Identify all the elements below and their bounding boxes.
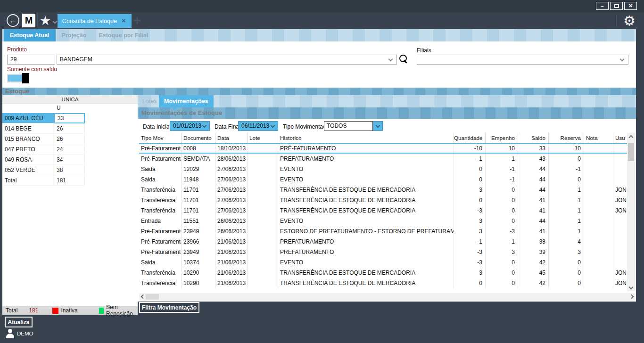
stock-row[interactable]: 047 PRETO 24	[2, 144, 85, 155]
scroll-right-icon[interactable]	[629, 294, 634, 299]
tipo-movimentacao-dropdown-button[interactable]	[373, 121, 383, 131]
cell-saldo: 44	[518, 216, 549, 226]
favorites-star-icon[interactable]: ★	[40, 13, 51, 29]
filtra-movimentacao-button[interactable]: Filtra Movimentação	[139, 302, 199, 313]
cell-historico: TRANSFERÊNCIA DE ESTOQUE DE MERCADORIA	[278, 278, 454, 288]
cell-data: 27/06/2013	[215, 195, 248, 205]
cell-usuario	[613, 174, 627, 185]
table-row[interactable]: Transferência 11701 27/06/2013 TRANSFERÊ…	[139, 195, 627, 205]
settings-gear-icon[interactable]: ⚙	[623, 12, 636, 29]
vertical-scroll-thumb[interactable]	[628, 143, 634, 161]
view-tab[interactable]: Projeção	[56, 29, 93, 41]
cell-lote	[248, 257, 278, 268]
cell-quantidade: -1	[454, 237, 486, 247]
cell-data: 26/06/2013	[215, 216, 248, 226]
col-saldo[interactable]: Saldo	[518, 133, 549, 143]
cell-data: 27/06/2013	[215, 174, 248, 185]
new-tab-icon[interactable]: +	[133, 12, 141, 29]
document-tab[interactable]: Consulta de Estoque ✕	[58, 14, 132, 28]
cell-usuario	[613, 237, 627, 247]
cell-nota	[584, 247, 613, 257]
col-lote[interactable]: Lote	[248, 133, 278, 143]
col-reserva[interactable]: Reserva	[549, 133, 584, 143]
table-row[interactable]: Saida 12029 27/06/2013 EVENTO 0 -1 44 -1	[139, 164, 627, 174]
scroll-up-icon[interactable]	[629, 135, 634, 140]
table-row[interactable]: Saida 10374 21/06/2013 EVENTO -3 0 42 0	[139, 257, 627, 268]
col-usuario[interactable]: Usu	[613, 133, 627, 143]
stock-row[interactable]: 049 ROSA 34	[2, 155, 85, 165]
atualiza-button[interactable]: Atualiza	[5, 317, 33, 327]
close-button[interactable]: ✕	[624, 2, 637, 10]
cell-quantidade: 3	[454, 216, 486, 226]
table-row[interactable]: Entrada 11551 26/06/2013 EVENTO 3 0 44 1	[139, 216, 627, 226]
table-row[interactable]: Transferência 10290 21/06/2013 TRANSFERÊ…	[139, 278, 627, 288]
stock-row[interactable]: 009 AZUL CÉU 33	[2, 113, 85, 123]
cell-documento: 10290	[182, 278, 215, 288]
col-historico[interactable]: Historico	[278, 133, 454, 143]
scroll-down-icon[interactable]	[629, 285, 634, 290]
tipo-movimentacao-input[interactable]: TODOS	[324, 121, 373, 131]
data-inicial-picker[interactable]: 01/01/2013	[170, 121, 210, 131]
search-icon[interactable]	[399, 55, 408, 64]
table-row[interactable]: Transferência 10290 21/06/2013 TRANSFERÊ…	[139, 268, 627, 278]
cell-nota	[584, 216, 613, 226]
somente-saldo-toggle[interactable]	[7, 74, 29, 82]
filiais-combobox[interactable]	[417, 55, 628, 65]
cell-nota	[584, 226, 613, 237]
tab-close-icon[interactable]: ✕	[122, 18, 132, 24]
scroll-left-icon[interactable]	[141, 294, 146, 299]
table-row[interactable]: Pré-Faturamento 0008 18/10/2013 PRÉ-FATU…	[139, 143, 627, 154]
cell-reserva: 0	[549, 278, 584, 288]
col-tipo-mov[interactable]: Tipo Mov	[139, 133, 182, 143]
table-row[interactable]: Transferência 11701 27/06/2013 TRANSFERÊ…	[139, 205, 627, 216]
tab-lotes[interactable]: Lotes	[142, 95, 157, 107]
horizontal-scroll-thumb[interactable]	[146, 294, 159, 300]
stock-row[interactable]: 015 BRANCO 26	[2, 134, 85, 144]
table-row[interactable]: Pré-Faturamento 23949 21/06/2013 PREFATU…	[139, 247, 627, 257]
cell-data: 21/06/2013	[215, 268, 248, 278]
cell-tipo: Saida	[139, 174, 182, 185]
cell-empenho: 3	[486, 247, 518, 257]
col-empenho[interactable]: Empenho	[486, 133, 518, 143]
vertical-scrollbar[interactable]	[627, 133, 635, 291]
stock-color-name: 047 PRETO	[2, 144, 54, 155]
cell-data: 21/06/2013	[215, 247, 248, 257]
stock-row[interactable]: 014 BEGE 26	[2, 123, 85, 134]
stock-quantity: 33	[54, 113, 85, 123]
cell-nota	[584, 195, 613, 205]
back-button[interactable]: ←	[7, 14, 19, 27]
data-final-picker[interactable]: 06/11/2013	[238, 121, 278, 131]
tab-movimentacoes[interactable]: Movimentações	[159, 95, 214, 107]
cell-reserva: 0	[549, 257, 584, 268]
cell-nota	[584, 185, 613, 195]
table-row[interactable]: Pré-Faturamento SEMDATA 28/06/2013 PREFA…	[139, 154, 627, 164]
favorites-chevron-down-icon[interactable]	[53, 19, 58, 24]
produto-code-input[interactable]: 29	[7, 55, 55, 65]
stock-row[interactable]: Total 181	[2, 175, 85, 186]
stock-color-name: 009 AZUL CÉU	[2, 113, 54, 123]
cell-documento: 11701	[182, 185, 215, 195]
col-quantidade[interactable]: Quantidade	[454, 133, 486, 143]
view-tab[interactable]: Estoque Atual	[4, 29, 56, 41]
view-tab[interactable]: Estoque por Filial	[92, 29, 154, 41]
maximize-button[interactable]	[610, 2, 623, 10]
data-final-value: 06/11/2013	[241, 122, 269, 129]
col-documento[interactable]: Documento	[182, 133, 215, 143]
cell-saldo: 44	[518, 164, 549, 174]
cell-tipo: Pré-Faturamento	[139, 226, 182, 237]
cell-empenho: 0	[486, 205, 518, 216]
table-row[interactable]: Transferência 11701 27/06/2013 TRANSFERÊ…	[139, 185, 627, 195]
cell-reserva: 1	[549, 185, 584, 195]
cell-tipo: Entrada	[139, 216, 182, 226]
table-row[interactable]: Saida 11948 27/06/2013 EVENTO 0 -1 44 0	[139, 174, 627, 185]
table-row[interactable]: Pré-Faturamento 23966 21/06/2013 PREFATU…	[139, 237, 627, 247]
col-data[interactable]: Data	[215, 133, 248, 143]
minimize-button[interactable]: –	[596, 2, 609, 10]
stock-color-name: 015 BRANCO	[2, 134, 54, 144]
cell-empenho: 0	[486, 185, 518, 195]
col-nota[interactable]: Nota	[584, 133, 613, 143]
produto-name-combobox[interactable]: BANDAGEM	[57, 55, 397, 65]
table-row[interactable]: Pré-Faturamento 23949 26/06/2013 ESTORNO…	[139, 226, 627, 237]
horizontal-scrollbar[interactable]	[139, 293, 636, 301]
stock-row[interactable]: 052 VERDE 38	[2, 165, 85, 175]
